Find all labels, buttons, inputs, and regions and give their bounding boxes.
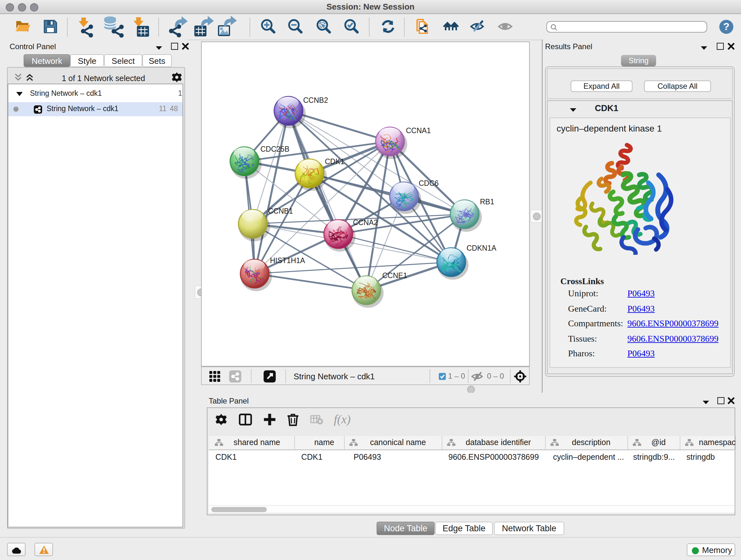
svg-text:CDC6: CDC6 (419, 179, 439, 187)
svg-text:CDK1: CDK1 (325, 158, 344, 166)
svg-text:CDC25B: CDC25B (260, 145, 289, 153)
svg-text:RB1: RB1 (480, 198, 494, 206)
svg-text:HIST1H1A: HIST1H1A (270, 256, 306, 265)
svg-text:f(x): f(x) (334, 413, 351, 426)
svg-text:CDKN1A: CDKN1A (467, 244, 496, 252)
svg-text:CCNB1: CCNB1 (268, 207, 293, 215)
svg-text:CCNE1: CCNE1 (382, 271, 407, 280)
svg-text:CCNA1: CCNA1 (406, 126, 431, 135)
svg-text:CCNA2: CCNA2 (353, 219, 378, 227)
svg-text:CCNB2: CCNB2 (303, 96, 328, 105)
